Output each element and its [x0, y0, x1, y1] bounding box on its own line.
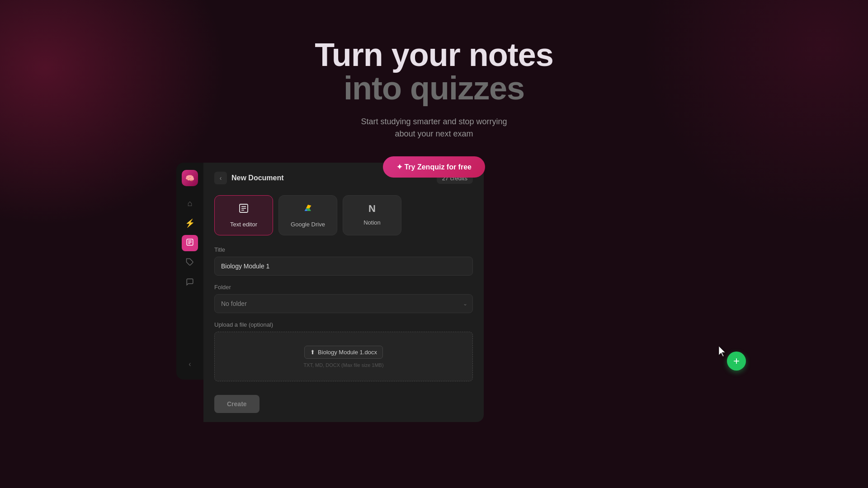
upload-zone[interactable]: ⬆ Biology Module 1.docx TXT, MD, DOCX (M… [214, 332, 473, 381]
hero-title-line1: Turn your notes [315, 36, 553, 73]
sidebar-item-flash[interactable]: ⚡ [182, 215, 198, 231]
upload-hint: TXT, MD, DOCX (Max file size 1MB) [303, 362, 383, 368]
home-icon: ⌂ [188, 199, 193, 208]
title-field-group: Title [214, 246, 473, 276]
puzzle-icon [186, 258, 194, 268]
sidebar-logo: 🧠 [182, 170, 198, 186]
google-drive-icon [302, 203, 313, 216]
folder-select-value: No folder [221, 300, 247, 307]
tab-google-drive-label: Google Drive [291, 221, 325, 228]
create-button[interactable]: Create [214, 395, 259, 413]
tab-google-drive[interactable]: Google Drive [278, 195, 337, 235]
folder-label: Folder [214, 284, 473, 291]
upload-field-group: Upload a file (optional) ⬆ Biology Modul… [214, 321, 473, 381]
tab-notion-label: Notion [363, 219, 381, 226]
document-icon [186, 238, 194, 249]
sidebar-item-document[interactable] [182, 235, 198, 251]
notion-icon: N [368, 203, 376, 215]
collapse-icon: ‹ [189, 360, 191, 368]
folder-select[interactable]: No folder [214, 294, 473, 313]
brain-icon: 🧠 [185, 174, 194, 183]
chat-icon [186, 278, 194, 288]
sidebar-collapse-button[interactable]: ‹ [182, 356, 198, 372]
cursor [719, 346, 728, 357]
floating-add-button[interactable]: + [727, 352, 746, 371]
upload-label: Upload a file (optional) [214, 321, 473, 328]
title-label: Title [214, 246, 473, 253]
source-tabs: Text editor Google Drive N Notion [214, 195, 473, 235]
flash-icon: ⚡ [185, 218, 195, 228]
sidebar-item-chat[interactable] [182, 275, 198, 291]
hero-subtitle: Start studying smarter and stop worrying… [361, 116, 507, 140]
hero-section: Turn your notes into quizzes Start study… [0, 0, 868, 178]
upload-filename: Biology Module 1.docx [318, 349, 377, 356]
sidebar: 🧠 ⌂ ⚡ ‹ [176, 163, 203, 380]
cta-button[interactable]: ✦ Try Zenquiz for free [383, 156, 485, 178]
folder-field-group: Folder No folder ⌄ [214, 284, 473, 313]
hero-title-line2: into quizzes [344, 70, 524, 107]
title-input[interactable] [214, 257, 473, 276]
sidebar-item-puzzle[interactable] [182, 255, 198, 271]
sidebar-item-home[interactable]: ⌂ [182, 195, 198, 211]
upload-icon: ⬆ [310, 349, 315, 356]
tab-text-editor[interactable]: Text editor [214, 195, 273, 235]
upload-file-chip: ⬆ Biology Module 1.docx [304, 346, 383, 359]
tab-text-editor-label: Text editor [230, 221, 257, 228]
plus-icon: + [733, 355, 740, 367]
folder-select-wrapper: No folder ⌄ [214, 294, 473, 313]
main-panel: ‹ New Document 27 credits Text editor [203, 163, 484, 422]
text-editor-icon [238, 203, 249, 216]
tab-notion[interactable]: N Notion [343, 195, 401, 235]
